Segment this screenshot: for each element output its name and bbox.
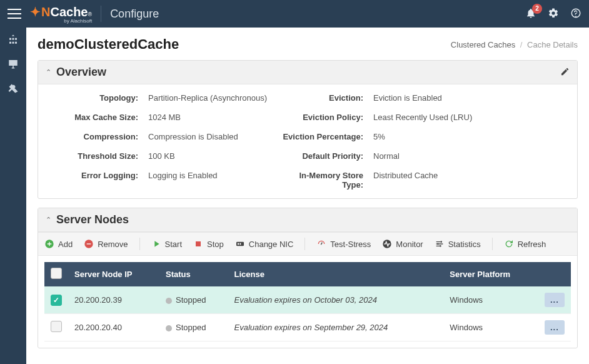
label-eviction: Eviction:	[279, 93, 367, 103]
change-nic-label: Change NIC	[249, 240, 294, 249]
select-all-checkbox[interactable]	[51, 268, 62, 279]
statistics-button[interactable]: Statistics	[435, 239, 481, 249]
value-eviction-percentage: 5%	[373, 132, 566, 141]
gauge-icon	[316, 239, 326, 249]
refresh-button[interactable]: Refresh	[504, 239, 546, 249]
plus-circle-icon	[44, 239, 54, 249]
nic-icon	[235, 239, 245, 249]
monitor-label: Monitor	[396, 240, 423, 249]
cell-platform: Windows	[443, 286, 538, 314]
top-navbar: ✦ N Cache ® by Alachisoft Configure 2	[0, 0, 589, 28]
table-row[interactable]: 20.200.20.39StoppedEvaluation expires on…	[44, 286, 571, 314]
svg-point-8	[440, 241, 442, 243]
svg-point-10	[440, 245, 441, 247]
status-dot-icon	[166, 325, 172, 331]
cell-license: Evaluation expires on September 29, 2024	[228, 314, 444, 341]
server-nodes-title: Server Nodes	[56, 213, 129, 226]
start-button[interactable]: Start	[151, 239, 182, 249]
value-threshold-size: 100 KB	[148, 151, 273, 161]
overview-panel-header[interactable]: ⌃ Overview	[38, 61, 577, 84]
breadcrumb-parent[interactable]: Clustered Caches	[451, 40, 515, 49]
minus-circle-icon	[84, 239, 94, 249]
label-eviction-percentage: Eviction Percentage:	[279, 132, 367, 141]
left-rail	[0, 28, 26, 364]
brand-logo[interactable]: ✦ N Cache ® by Alachisoft	[30, 4, 92, 24]
notifications-button[interactable]: 2	[525, 8, 536, 21]
col-ip[interactable]: Server Node IP	[68, 262, 159, 286]
col-platform[interactable]: Server Platform	[443, 262, 538, 286]
label-topology: Topology:	[49, 93, 142, 103]
rail-cluster-icon[interactable]	[8, 34, 19, 47]
refresh-icon	[504, 239, 514, 249]
help-button[interactable]	[570, 8, 581, 21]
value-error-logging: Logging is Enabled	[148, 171, 273, 190]
stop-icon	[193, 239, 203, 249]
overview-panel: ⌃ Overview Topology: Partition-Replica (…	[38, 60, 578, 199]
status-dot-icon	[166, 298, 172, 304]
row-checkbox[interactable]	[51, 321, 62, 332]
value-eviction-policy: Least Recently Used (LRU)	[373, 113, 566, 122]
pulse-icon	[382, 239, 392, 249]
cell-license: Evaluation expires on October 03, 2024	[228, 286, 444, 314]
row-menu-button[interactable]: ...	[545, 320, 565, 335]
server-nodes-toolbar: Add Remove Start Stop Change NIC	[38, 232, 577, 256]
cell-status: Stopped	[159, 314, 228, 341]
stop-button[interactable]: Stop	[193, 239, 224, 249]
configure-label: Configure	[110, 8, 159, 21]
label-threshold-size: Threshold Size:	[49, 151, 142, 161]
col-status[interactable]: Status	[159, 262, 228, 286]
notif-badge: 2	[532, 4, 542, 14]
start-label: Start	[165, 240, 182, 249]
table-row[interactable]: 20.200.20.40StoppedEvaluation expires on…	[44, 314, 571, 341]
rail-tools-icon[interactable]	[8, 83, 19, 96]
add-button[interactable]: Add	[44, 239, 73, 249]
value-compression: Compression is Disabled	[148, 132, 273, 141]
chevron-up-icon: ⌃	[46, 68, 51, 76]
cell-ip: 20.200.20.39	[68, 286, 159, 314]
test-stress-button[interactable]: Test-Stress	[316, 239, 371, 249]
label-error-logging: Error Logging:	[49, 171, 142, 190]
edit-button[interactable]	[560, 67, 570, 78]
statistics-label: Statistics	[448, 240, 481, 249]
server-nodes-header[interactable]: ⌃ Server Nodes	[38, 208, 577, 232]
play-icon	[151, 239, 161, 249]
value-store-type: Distributed Cache	[373, 171, 566, 190]
settings-button[interactable]	[548, 8, 559, 21]
breadcrumb: Clustered Caches / Cache Details	[451, 40, 578, 49]
brand-n: N	[41, 5, 50, 19]
remove-button[interactable]: Remove	[84, 239, 128, 249]
breadcrumb-current: Cache Details	[527, 40, 578, 49]
test-stress-label: Test-Stress	[330, 240, 371, 249]
remove-label: Remove	[98, 240, 128, 249]
label-default-priority: Default Priority:	[279, 151, 367, 161]
row-menu-button[interactable]: ...	[545, 293, 565, 307]
value-topology: Partition-Replica (Asynchronous)	[148, 93, 273, 103]
label-max-cache-size: Max Cache Size:	[49, 113, 142, 122]
server-nodes-table: Server Node IP Status License Server Pla…	[44, 262, 571, 341]
change-nic-button[interactable]: Change NIC	[235, 239, 294, 249]
svg-rect-6	[321, 242, 323, 245]
main-content: demoClusteredCache Clustered Caches / Ca…	[26, 28, 589, 364]
svg-rect-4	[238, 243, 239, 245]
cell-ip: 20.200.20.40	[68, 314, 159, 341]
label-compression: Compression:	[49, 132, 142, 141]
cell-platform: Windows	[443, 314, 538, 341]
monitor-button[interactable]: Monitor	[382, 239, 423, 249]
brand-rest: Cache	[50, 5, 88, 19]
col-license[interactable]: License	[228, 262, 444, 286]
chevron-up-icon: ⌃	[46, 216, 51, 224]
cell-status: Stopped	[159, 286, 228, 314]
hamburger-menu[interactable]	[8, 9, 21, 19]
refresh-label: Refresh	[518, 240, 546, 249]
page-title: demoClusteredCache	[38, 36, 179, 53]
value-eviction: Eviction is Enabled	[373, 93, 566, 103]
brand-reg: ®	[88, 11, 92, 18]
value-max-cache-size: 1024 MB	[148, 113, 273, 122]
divider	[101, 6, 101, 22]
row-checkbox[interactable]	[51, 295, 62, 306]
server-nodes-panel: ⌃ Server Nodes Add Remove Start	[38, 208, 578, 348]
rail-monitor-icon[interactable]	[8, 58, 19, 71]
label-store-type: In-Memory Store Type:	[279, 171, 367, 190]
svg-rect-2	[196, 241, 201, 246]
sliders-icon	[435, 239, 445, 249]
